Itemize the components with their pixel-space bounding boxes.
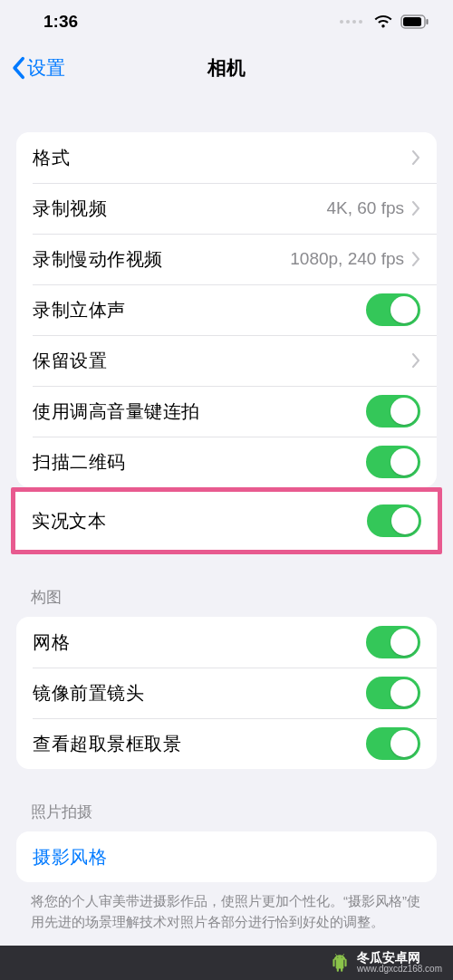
chevron-right-icon	[411, 201, 420, 216]
status-time: 1:36	[43, 12, 78, 32]
toggle-volume-burst[interactable]	[366, 395, 420, 428]
row-formats[interactable]: 格式	[16, 132, 437, 183]
row-label: 使用调高音量键连拍	[33, 399, 366, 424]
section-header-photo-capture: 照片拍摄	[31, 802, 422, 822]
section-footer-photo-capture: 将您的个人审美带进摄影作品，使照片更加个性化。“摄影风格”使用先进的场景理解技术…	[31, 891, 422, 932]
row-record-slomo[interactable]: 录制慢动作视频 1080p, 240 fps	[16, 234, 437, 284]
recording-dots	[340, 20, 362, 24]
row-label: 保留设置	[33, 349, 411, 373]
row-label: 录制慢动作视频	[33, 247, 290, 272]
row-preserve-settings[interactable]: 保留设置	[16, 335, 437, 386]
highlight-live-text: 实况文本	[11, 487, 442, 554]
row-label: 录制立体声	[33, 298, 366, 322]
android-icon	[328, 951, 352, 975]
toggle-mirror-front[interactable]	[366, 677, 420, 709]
row-grid: 网格	[16, 617, 437, 668]
row-stereo: 录制立体声	[16, 284, 437, 335]
row-mirror-front: 镜像前置镜头	[16, 668, 437, 718]
row-record-video[interactable]: 录制视频 4K, 60 fps	[16, 183, 437, 234]
row-label: 镜像前置镜头	[33, 681, 366, 706]
section-header-composition: 构图	[31, 587, 422, 608]
row-label: 录制视频	[33, 197, 326, 221]
svg-rect-1	[403, 17, 421, 26]
row-label: 格式	[33, 146, 411, 170]
page-title: 相机	[0, 55, 453, 81]
settings-group-main: 格式 录制视频 4K, 60 fps 录制慢动作视频 1080p, 240 fp…	[16, 132, 437, 487]
toggle-stereo[interactable]	[366, 293, 420, 326]
toggle-live-text[interactable]	[367, 504, 421, 537]
chevron-left-icon	[11, 56, 25, 80]
settings-group-photo-capture: 摄影风格	[16, 831, 437, 882]
row-volume-burst: 使用调高音量键连拍	[16, 386, 437, 437]
row-label: 实况文本	[32, 509, 367, 533]
watermark-name: 冬瓜安卓网	[357, 951, 420, 965]
status-bar: 1:36	[0, 0, 453, 43]
row-label: 查看超取景框取景	[33, 732, 366, 756]
toggle-scan-qr[interactable]	[366, 446, 420, 478]
row-live-text: 实况文本	[15, 494, 438, 548]
row-photographic-styles[interactable]: 摄影风格	[16, 831, 437, 882]
toggle-grid[interactable]	[366, 626, 420, 658]
wifi-icon	[373, 14, 393, 29]
chevron-right-icon	[411, 150, 420, 165]
toggle-view-outside-frame[interactable]	[366, 727, 420, 760]
row-label: 摄影风格	[33, 845, 420, 870]
row-label: 网格	[33, 630, 366, 655]
svg-rect-2	[427, 19, 429, 24]
back-label: 设置	[27, 55, 65, 81]
row-label: 扫描二维码	[33, 450, 366, 475]
watermark-text: 冬瓜安卓网 www.dgxcdz168.com	[357, 951, 442, 974]
back-button[interactable]: 设置	[11, 55, 65, 81]
settings-group-composition: 网格 镜像前置镜头 查看超取景框取景	[16, 617, 437, 769]
chevron-right-icon	[411, 353, 420, 368]
row-value: 4K, 60 fps	[326, 198, 404, 218]
chevron-right-icon	[411, 252, 420, 266]
row-value: 1080p, 240 fps	[290, 249, 404, 269]
row-view-outside-frame: 查看超取景框取景	[16, 718, 437, 769]
battery-icon	[400, 14, 429, 29]
status-right	[340, 14, 429, 29]
row-scan-qr: 扫描二维码	[16, 437, 437, 487]
watermark-bar: 冬瓜安卓网 www.dgxcdz168.com	[0, 946, 453, 980]
watermark-url: www.dgxcdz168.com	[357, 965, 442, 975]
nav-bar: 设置 相机	[0, 43, 453, 92]
